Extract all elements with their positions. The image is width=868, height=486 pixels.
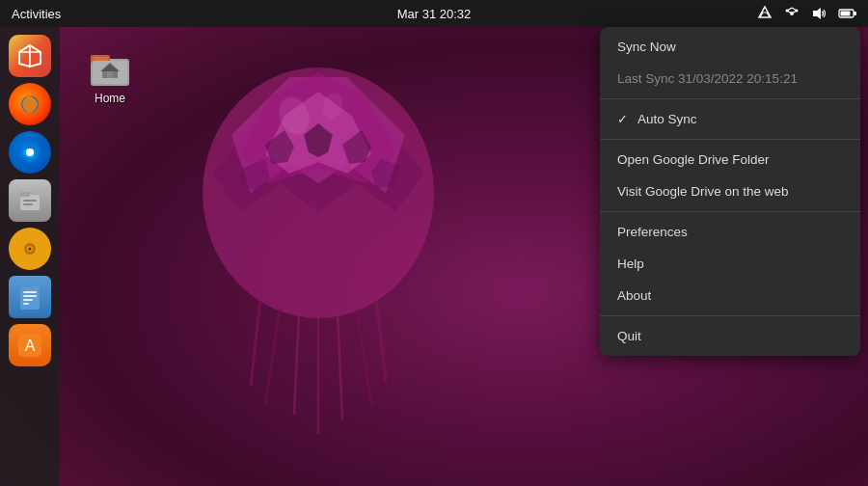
menu-section-settings: Preferences Help About [600, 212, 860, 316]
svg-marker-26 [813, 8, 821, 19]
topbar: Activities Mar 31 20:32 [0, 0, 868, 27]
svg-line-6 [265, 309, 280, 405]
svg-text:A: A [25, 338, 36, 354]
svg-rect-57 [107, 71, 113, 78]
svg-line-7 [294, 313, 299, 415]
home-folder-icon [87, 43, 133, 90]
menu-section-auto-sync: ✓ Auto Sync [600, 99, 860, 140]
svg-rect-39 [23, 203, 33, 205]
svg-rect-29 [841, 12, 851, 16]
svg-rect-48 [23, 303, 29, 305]
svg-rect-46 [23, 295, 37, 297]
dock-icon-thunderbird[interactable] [9, 131, 51, 174]
svg-rect-44 [20, 286, 40, 310]
svg-line-9 [338, 313, 342, 419]
dock-icon-files[interactable] [9, 179, 51, 222]
battery-icon[interactable] [835, 4, 860, 23]
desktop: Activities Mar 31 20:32 [0, 0, 868, 486]
menu-item-help[interactable]: Help [600, 248, 860, 280]
drive-sync-icon[interactable] [754, 4, 775, 23]
menu-section-quit: Quit [600, 316, 860, 356]
menu-item-sync-now[interactable]: Sync Now [600, 31, 860, 63]
menu-item-quit[interactable]: Quit [600, 320, 860, 352]
svg-rect-38 [23, 200, 37, 202]
svg-rect-28 [854, 12, 856, 15]
dock-icon-firefox[interactable] [9, 83, 51, 125]
topbar-system-icons [754, 0, 860, 27]
svg-line-25 [792, 8, 797, 11]
svg-line-10 [357, 309, 371, 405]
menu-section-drive-links: Open Google Drive Folder Visit Google Dr… [600, 140, 860, 212]
menu-section-sync: Sync Now Last Sync 31/03/2022 20:15:21 [600, 27, 860, 99]
menu-item-visit-web[interactable]: Visit Google Drive on the web [600, 176, 860, 207]
svg-line-11 [376, 299, 386, 381]
network-icon[interactable] [781, 4, 802, 23]
menu-item-preferences[interactable]: Preferences [600, 216, 860, 248]
activities-button[interactable]: Activities [0, 0, 72, 27]
home-folder[interactable]: Home [87, 43, 133, 105]
auto-sync-checkmark: ✓ [617, 112, 628, 126]
context-menu: Sync Now Last Sync 31/03/2022 20:15:21 ✓… [600, 27, 860, 356]
svg-rect-45 [23, 291, 37, 293]
dock-icon-ark[interactable] [9, 35, 51, 77]
home-folder-label: Home [95, 92, 125, 105]
dock-icon-appstore[interactable]: A [9, 324, 51, 366]
menu-item-auto-sync[interactable]: ✓ Auto Sync [600, 103, 860, 135]
svg-line-5 [251, 299, 260, 386]
jellyfish-illustration [116, 19, 521, 472]
svg-point-35 [26, 148, 34, 156]
svg-line-24 [787, 8, 792, 11]
volume-icon[interactable] [808, 4, 829, 23]
menu-item-open-folder[interactable]: Open Google Drive Folder [600, 144, 860, 176]
svg-point-43 [29, 248, 32, 251]
svg-rect-47 [23, 299, 33, 301]
clock-display: Mar 31 20:32 [397, 7, 472, 21]
menu-item-last-sync: Last Sync 31/03/2022 20:15:21 [600, 63, 860, 94]
svg-rect-37 [20, 192, 30, 197]
dock-icon-rhythmbox[interactable] [9, 228, 51, 270]
dock-icon-writer[interactable] [9, 276, 51, 318]
menu-item-about[interactable]: About [600, 280, 860, 311]
sidebar-dock: A [0, 27, 60, 486]
svg-rect-36 [20, 195, 40, 210]
